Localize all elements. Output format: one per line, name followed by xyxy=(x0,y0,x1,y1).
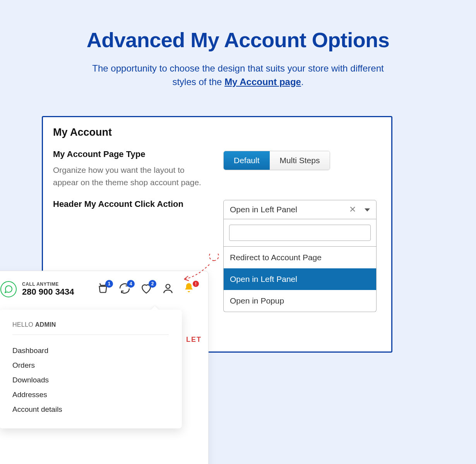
option-redirect[interactable]: Redirect to Account Page xyxy=(224,247,376,268)
compare-badge: 4 xyxy=(127,280,135,288)
account-menu: Dashboard Orders Downloads Addresses Acc… xyxy=(12,343,169,417)
page-type-toggle: Default Multi Steps xyxy=(223,151,330,170)
select-search-wrap xyxy=(223,219,377,247)
chevron-down-icon[interactable] xyxy=(365,208,370,212)
my-account-link[interactable]: My Account page xyxy=(224,77,301,87)
wishlist-badge: 2 xyxy=(149,280,156,288)
menu-orders[interactable]: Orders xyxy=(12,358,169,373)
option-popup[interactable]: Open in Popup xyxy=(224,290,376,312)
select-current: Open in Left Panel xyxy=(230,205,297,214)
section-desc-page-type: Organize how you want the layout to appe… xyxy=(53,164,208,188)
divider xyxy=(12,334,169,335)
account-icon[interactable] xyxy=(162,282,176,296)
select-header[interactable]: Open in Left Panel ✕ xyxy=(223,200,377,219)
shop-header-preview: CALL ANYTIME 280 900 3434 1 4 2 ! xyxy=(0,271,209,464)
wishlist-icon[interactable]: 2 xyxy=(140,282,154,296)
whatsapp-icon[interactable] xyxy=(0,281,17,297)
menu-dashboard[interactable]: Dashboard xyxy=(12,343,169,358)
settings-title: My Account xyxy=(53,126,381,138)
notification-badge: ! xyxy=(193,281,199,287)
page-subtitle: The opportunity to choose the design tha… xyxy=(79,62,397,89)
option-left-panel[interactable]: Open in Left Panel xyxy=(224,268,376,290)
notification-icon[interactable]: ! xyxy=(183,282,197,296)
stray-text: LET xyxy=(186,336,202,344)
menu-account-details[interactable]: Account details xyxy=(12,402,169,417)
select-search-input[interactable] xyxy=(229,225,371,241)
section-heading-page-type: My Account Page Type xyxy=(53,149,223,159)
click-action-select: Open in Left Panel ✕ Redirect to Account… xyxy=(223,200,377,312)
cart-icon[interactable]: 1 xyxy=(97,282,111,296)
compare-icon[interactable]: 4 xyxy=(118,282,132,296)
account-popover: HELLO ADMIN Dashboard Orders Downloads A… xyxy=(0,310,182,428)
svg-point-0 xyxy=(166,284,170,288)
menu-downloads[interactable]: Downloads xyxy=(12,373,169,387)
page-title: Advanced My Account Options xyxy=(0,28,476,52)
toggle-default[interactable]: Default xyxy=(224,151,270,170)
greeting: HELLO ADMIN xyxy=(12,321,169,328)
section-heading-click-action: Header My Account Click Action xyxy=(53,199,223,209)
clear-icon[interactable]: ✕ xyxy=(349,205,356,214)
call-label: CALL ANYTIME xyxy=(22,281,74,287)
phone-number[interactable]: 280 900 3434 xyxy=(22,287,74,297)
cart-badge: 1 xyxy=(105,280,113,288)
menu-addresses[interactable]: Addresses xyxy=(12,387,169,402)
toggle-multi-steps[interactable]: Multi Steps xyxy=(270,151,330,170)
